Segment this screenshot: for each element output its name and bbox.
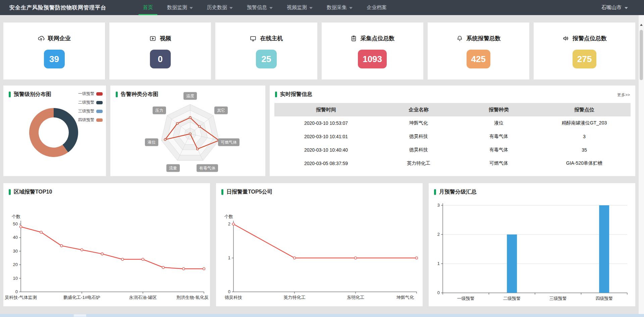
stats-row: 联网企业39视频0在线主机25采集点位总数1093系统报警总数425报警点位总数…: [3, 22, 635, 80]
region-label: 石嘴山市: [601, 4, 622, 11]
region-selector[interactable]: 石嘴山市: [601, 0, 628, 15]
table-cell: 2020-03-05 08:37:59: [274, 157, 378, 170]
svg-text:一级预警: 一级预警: [457, 296, 475, 301]
scroll-up-arrow-icon[interactable]: [640, 24, 643, 26]
table-cell: 2020-03-10 10:53:07: [274, 116, 378, 130]
svg-text:坤辉气化: 坤辉气化: [396, 295, 414, 300]
svg-text:10: 10: [13, 276, 18, 281]
stat-card-4: 采集点位总数1093: [322, 22, 423, 80]
svg-text:英力特化工: 英力特化工: [284, 295, 306, 300]
nav-item-7[interactable]: 企业档案: [360, 0, 394, 15]
region-top10-card: 区域报警TOP10 01020304050个数昊科技-气体监测鹏盛化工-1#电石…: [3, 183, 210, 306]
svg-text:2: 2: [437, 232, 440, 237]
nav-item-6[interactable]: 数据采集: [320, 0, 360, 15]
green-bar-icon: [275, 92, 277, 97]
stat-value-badge: 425: [467, 50, 490, 68]
horizontal-scrollbar-thumb[interactable]: [73, 314, 87, 317]
vertical-scrollbar-thumb[interactable]: [640, 30, 643, 80]
stat-label: 报警点位总数: [573, 35, 607, 42]
table-cell: 德昊科技: [378, 130, 460, 143]
daily-top5-card: 日报警量TOP5公司 012个数德昊科技英力特化工东明化工坤辉气化: [216, 183, 423, 306]
nav-item-2[interactable]: 数据监测: [160, 0, 200, 15]
realtime-alarm-card: 实时报警信息 更多>> 报警时间企业名称报警种类报警点位 2020-03-10 …: [270, 86, 635, 176]
nav-item-label: 视频监测: [287, 4, 307, 11]
table-cell: 有毒气体: [460, 143, 538, 157]
vertical-scrollbar[interactable]: [638, 15, 644, 314]
green-bar-icon: [434, 189, 436, 195]
table-cell: 可燃气体: [460, 157, 538, 170]
monthly-warning-card: 月预警分级汇总 0123一级预警二级预警三级预警四级预警: [429, 183, 635, 306]
green-bar-icon: [221, 189, 223, 195]
nav-item-label: 预警信息: [247, 4, 267, 11]
chevron-down-icon: [309, 7, 313, 9]
alarm-table-title: 实时报警信息: [280, 91, 312, 98]
radar-axis-label: 流量: [166, 164, 180, 172]
table-row[interactable]: 2020-03-10 10:53:07坤辉气化液位精醇南罐液位GT_203: [274, 116, 631, 130]
legend-swatch-icon: [96, 110, 103, 113]
speaker-icon: [562, 35, 569, 42]
stat-card-3: 在线主机25: [215, 22, 317, 80]
chevron-down-icon: [229, 7, 233, 9]
svg-text:永润石油-罐区: 永润石油-罐区: [129, 295, 157, 300]
svg-text:0: 0: [228, 289, 230, 294]
monthly-warning-bar-chart: 0123一级预警二级预警三级预警四级预警: [429, 183, 635, 306]
nav-item-5[interactable]: 视频监测: [280, 0, 320, 15]
stat-card-2: 视频0: [109, 22, 211, 80]
pie-card-title: 预警级别分布图: [14, 91, 51, 98]
svg-text:二级预警: 二级预警: [503, 296, 521, 301]
radar-axis-label: 液位: [145, 139, 158, 146]
stat-card-6: 报警点位总数275: [534, 22, 635, 80]
alarm-table-body: 2020-03-10 10:53:07坤辉气化液位精醇南罐液位GT_203202…: [274, 116, 631, 170]
stat-value-badge: 1093: [358, 50, 387, 68]
radar-axis-label: 可燃气体: [218, 139, 239, 146]
nav-item-1[interactable]: 首页: [136, 0, 160, 15]
nav-item-label: 首页: [143, 4, 153, 11]
monthly-warning-title: 月预警分级汇总: [439, 189, 477, 196]
region-top10-title: 区域报警TOP10: [14, 189, 52, 196]
table-row[interactable]: 2020-03-10 10:40:40德昊科技有毒气体35: [274, 143, 631, 157]
radar-axis-label: 其它: [214, 106, 228, 114]
alarm-col-header: 报警点位: [538, 103, 631, 116]
table-cell: 坤辉气化: [378, 116, 460, 130]
svg-text:1: 1: [228, 255, 230, 260]
table-cell: GIA-520单体贮槽: [538, 157, 631, 170]
radar-axis-label: 压力: [153, 106, 166, 114]
more-link[interactable]: 更多>>: [617, 92, 630, 98]
legend-swatch-icon: [96, 118, 103, 122]
table-cell: 2020-03-10 10:40:40: [274, 143, 378, 157]
legend-item[interactable]: 三级预警: [78, 108, 103, 114]
table-row[interactable]: 2020-03-05 08:37:59英力特化工可燃气体GIA-520单体贮槽: [274, 157, 631, 170]
svg-text:2: 2: [228, 221, 230, 226]
alarm-table-header: 报警时间企业名称报警种类报警点位: [274, 103, 631, 116]
horizontal-scrollbar[interactable]: [0, 314, 644, 317]
stat-label: 在线主机: [260, 35, 283, 42]
radar-card-title: 告警种类分布图: [121, 91, 158, 98]
nav-item-label: 企业档案: [367, 4, 387, 11]
svg-text:0: 0: [15, 289, 18, 294]
svg-text:20: 20: [13, 262, 18, 267]
top-nav: 安全生产风险预警防控物联网管理平台 首页数据监测历史数据预警信息视频监测数据采集…: [0, 0, 644, 15]
legend-item[interactable]: 四级预警: [78, 117, 103, 123]
svg-text:德昊科技: 德昊科技: [225, 295, 242, 300]
table-row[interactable]: 2020-03-10 10:41:01德昊科技有毒气体3: [274, 130, 631, 143]
nav-item-3[interactable]: 历史数据: [200, 0, 240, 15]
legend-swatch-icon: [96, 101, 103, 104]
alarm-col-header: 报警种类: [460, 103, 538, 116]
stat-label: 视频: [160, 35, 171, 42]
stat-label: 采集点位总数: [361, 35, 395, 42]
legend-item[interactable]: 二级预警: [78, 100, 103, 105]
nav-item-4[interactable]: 预警信息: [240, 0, 280, 15]
chevron-down-icon: [269, 7, 273, 9]
green-bar-icon: [9, 189, 11, 195]
svg-text:50: 50: [13, 221, 18, 226]
svg-text:30: 30: [13, 249, 18, 254]
monitor-icon: [250, 35, 257, 42]
cloud-upload-icon: [38, 35, 45, 42]
app-title: 安全生产风险预警防控物联网管理平台: [9, 0, 106, 15]
svg-text:三级预警: 三级预警: [549, 296, 567, 301]
legend-label: 四级预警: [78, 117, 94, 123]
stat-label: 联网企业: [48, 35, 71, 42]
stat-value-badge: 25: [256, 50, 277, 68]
daily-top5-line-chart: 012个数德昊科技英力特化工东明化工坤辉气化: [216, 183, 423, 306]
svg-text:个数: 个数: [224, 214, 233, 219]
